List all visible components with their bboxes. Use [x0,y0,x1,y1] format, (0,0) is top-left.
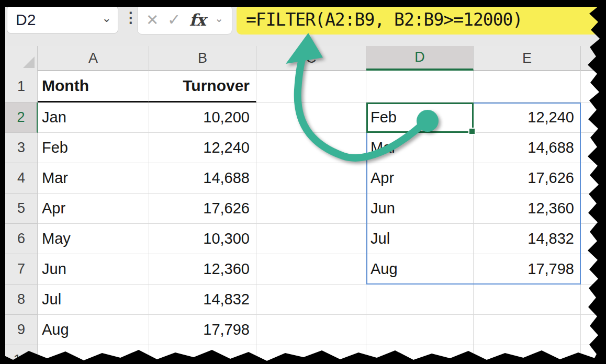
cell-A2[interactable]: Jan [38,103,149,133]
row-header-6[interactable]: 6 [5,224,38,254]
formula-text: =FILTER(A2:B9, B2:B9>=12000) [246,9,522,30]
cell-D4[interactable]: Apr [366,163,474,194]
cell-C6[interactable] [256,224,366,254]
column-header-D[interactable]: D [366,46,474,71]
cell-D2[interactable]: Feb [366,103,474,133]
cell-D7[interactable]: Aug [366,254,474,285]
cell-D8[interactable] [366,285,474,315]
row-header-9[interactable]: 9 [5,315,38,345]
cell-E5[interactable]: 12,360 [474,194,581,224]
column-header-E[interactable]: E [474,46,581,71]
cell-filler3 [581,133,606,163]
cell-C3[interactable] [256,133,366,163]
column-header-A[interactable]: A [38,46,149,71]
cell-C10[interactable] [256,345,366,364]
insert-function-icon[interactable]: fx [189,10,206,29]
cell-C9[interactable] [256,315,366,345]
cell-E3[interactable]: 14,688 [474,133,581,163]
cell-D1[interactable] [366,71,474,103]
cell-C7[interactable] [256,254,366,285]
select-all-triangle-icon [23,56,35,68]
cell-E8[interactable] [474,285,581,315]
cell-filler2 [581,103,606,133]
column-header-C[interactable]: C [256,46,366,71]
cell-A6[interactable]: May [38,224,149,254]
cell-filler7 [581,254,606,285]
chevron-down-icon[interactable]: ⌄ [102,12,111,25]
row-header-1[interactable]: 1 [5,71,38,103]
cell-B6[interactable]: 10,300 [149,224,256,254]
row-header-8[interactable]: 8 [5,285,38,315]
select-all-button[interactable] [5,46,38,71]
cell-B10[interactable] [149,345,256,364]
cell-filler5 [581,194,606,224]
cell-C1[interactable] [256,71,366,103]
cell-E4[interactable]: 17,626 [474,163,581,194]
formula-toolbar: ✕ ✓ fx ⌄ [137,5,232,35]
cell-B3[interactable]: 12,240 [149,133,256,163]
chevron-down-icon[interactable]: ⌄ [215,12,223,25]
column-header-B[interactable]: B [149,46,256,71]
confirm-icon[interactable]: ✓ [167,10,181,29]
separator-dots-icon[interactable]: ⋮ [124,9,138,26]
cell-A5[interactable]: Apr [38,194,149,224]
cell-B7[interactable]: 12,360 [149,254,256,285]
cell-filler1 [581,71,606,103]
row-header-5[interactable]: 5 [5,194,38,224]
cell-D3[interactable]: Mar [366,133,474,163]
cancel-icon[interactable]: ✕ [146,11,159,29]
row-header-3[interactable]: 3 [5,133,38,163]
row-header-2[interactable]: 2 [5,103,38,133]
row-header-7[interactable]: 7 [5,254,38,285]
cell-D5[interactable]: Jun [366,194,474,224]
cell-filler9 [581,315,606,345]
cell-A7[interactable]: Jun [38,254,149,285]
cell-E10[interactable] [474,345,581,364]
cell-B1[interactable]: Turnover [149,71,256,103]
cell-E9[interactable] [474,315,581,345]
cell-C5[interactable] [256,194,366,224]
cell-filler8 [581,285,606,315]
cell-A8[interactable]: Jul [38,285,149,315]
cell-E7[interactable]: 17,798 [474,254,581,285]
cell-A10[interactable] [38,345,149,364]
cell-filler6 [581,224,606,254]
cell-E2[interactable]: 12,240 [474,103,581,133]
cell-D9[interactable] [366,315,474,345]
cell-C2[interactable] [256,103,366,133]
cell-C8[interactable] [256,285,366,315]
cell-A9[interactable]: Aug [38,315,149,345]
cell-filler4 [581,163,606,194]
spreadsheet-grid: ABCDE12345678910MonthTurnoverJan10,200Fe… [0,0,606,364]
cell-B2[interactable]: 10,200 [149,103,256,133]
cell-B4[interactable]: 14,688 [149,163,256,194]
row-header-10[interactable]: 10 [5,345,38,364]
name-box[interactable]: D2 ⌄ [7,6,118,33]
column-header-filler [581,46,606,71]
cell-C4[interactable] [256,163,366,194]
cell-B5[interactable]: 17,626 [149,194,256,224]
cell-filler10 [581,345,606,364]
cell-B9[interactable]: 17,798 [149,315,256,345]
cell-A1[interactable]: Month [38,71,149,103]
cell-D6[interactable]: Jul [366,224,474,254]
row-header-4[interactable]: 4 [5,163,38,194]
cell-A3[interactable]: Feb [38,133,149,163]
cell-D10[interactable] [366,345,474,364]
cell-B8[interactable]: 14,832 [149,285,256,315]
cell-E6[interactable]: 14,832 [474,224,581,254]
cell-A4[interactable]: Mar [38,163,149,194]
name-box-value: D2 [7,11,36,29]
cell-E1[interactable] [474,71,581,103]
excel-window: D2 ⌄ ⋮ ✕ ✓ fx ⌄ =FILTER(A2:B9, B2:B9>=12… [0,0,606,364]
formula-input[interactable]: =FILTER(A2:B9, B2:B9>=12000) [237,5,606,35]
